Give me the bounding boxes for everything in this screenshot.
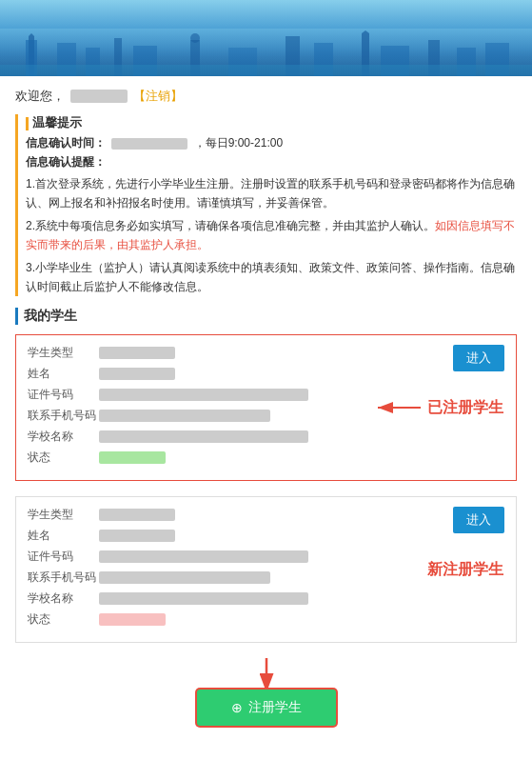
id-label-2: 证件号码 [28, 549, 99, 565]
type-value-2 [99, 509, 175, 521]
id-label-1: 证件号码 [28, 387, 99, 403]
name-label-2: 姓名 [28, 528, 99, 544]
svg-point-9 [190, 33, 200, 43]
info-time-label: 信息确认时间： [26, 136, 106, 150]
phone-value-1 [99, 410, 270, 422]
warning-para-2-highlight: 如因信息填写不实而带来的后果，由其监护人承担。 [26, 219, 515, 251]
info-time-suffix: ，每日9:00-21:00 [194, 136, 283, 150]
warning-box: 温馨提示 信息确认时间： ，每日9:00-21:00 信息确认提醒： 1.首次登… [15, 114, 517, 296]
status-label-1: 状态 [28, 450, 99, 466]
id-value-1 [99, 389, 308, 401]
id-value-2 [99, 550, 308, 563]
student-school-row-2: 学校名称 [28, 590, 504, 607]
student-card-new: 学生类型 姓名 证件号码 联系手机号码 学校名称 状态 [15, 496, 517, 643]
status-value-2 [99, 613, 166, 626]
phone-value-2 [99, 571, 270, 584]
welcome-bar: 欢迎您， 【注销】 [15, 88, 517, 105]
enter-button-2[interactable]: 进入 [453, 507, 504, 533]
warning-para-1: 1.首次登录系统，先进行小学毕业生注册。注册时设置的联系手机号码和登录密码都将作… [26, 174, 517, 213]
header-banner [0, 0, 532, 76]
svg-rect-19 [0, 65, 532, 76]
student-school-row-1: 学校名称 [28, 429, 504, 445]
name-value-2 [99, 530, 175, 542]
welcome-text: 欢迎您， [15, 88, 65, 105]
warning-title: 温馨提示 [26, 114, 517, 131]
logout-link[interactable]: 【注销】 [133, 88, 183, 105]
student-card-registered: 学生类型 姓名 证件号码 联系手机号码 学校名称 状态 [15, 334, 517, 481]
school-value-2 [99, 592, 308, 605]
info-time-row: 信息确认时间： ，每日9:00-21:00 [26, 135, 517, 151]
school-value-1 [99, 430, 308, 443]
student-status-row-1: 状态 [28, 450, 504, 466]
status-value-1 [99, 451, 166, 464]
city-silhouette-icon [0, 29, 532, 76]
username-display [70, 90, 128, 103]
enter-button-1[interactable]: 进入 [453, 345, 504, 371]
warning-para-3: 3.小学毕业生（监护人）请认真阅读系统中的填表须知、政策文件、政策问答、操作指南… [26, 258, 517, 297]
info-confirm-label: 信息确认提醒： [26, 154, 517, 170]
school-label-1: 学校名称 [28, 429, 99, 445]
student-id-row-1: 证件号码 [28, 387, 504, 403]
phone-label-2: 联系手机号码 [28, 570, 99, 586]
warning-para-2: 2.系统中每项信息务必如实填写，请确保各项信息准确完整，并由其监护人确认。如因信… [26, 216, 517, 255]
arrow-register-icon [247, 656, 286, 690]
student-id-row-2: 证件号码 [28, 549, 504, 565]
student-status-row-2: 状态 [28, 611, 504, 628]
type-label-2: 学生类型 [28, 507, 99, 523]
my-students-title: 我的学生 [15, 308, 517, 325]
main-content: 欢迎您， 【注销】 温馨提示 信息确认时间： ，每日9:00-21:00 信息确… [0, 76, 532, 760]
register-student-button[interactable]: 注册学生 [197, 690, 336, 726]
name-value-1 [99, 368, 175, 380]
student-phone-row-1: 联系手机号码 [28, 408, 504, 424]
name-label-1: 姓名 [28, 366, 99, 382]
type-value-1 [99, 347, 175, 359]
info-time-value [111, 138, 187, 150]
student-type-row-1: 学生类型 [28, 345, 504, 361]
student-name-row-1: 姓名 [28, 366, 504, 382]
student-name-row-2: 姓名 [28, 528, 504, 544]
student-type-row-2: 学生类型 [28, 507, 504, 523]
status-label-2: 状态 [28, 611, 99, 628]
school-label-2: 学校名称 [28, 590, 99, 607]
type-label-1: 学生类型 [28, 345, 99, 361]
student-phone-row-2: 联系手机号码 [28, 570, 504, 586]
phone-label-1: 联系手机号码 [28, 408, 99, 424]
